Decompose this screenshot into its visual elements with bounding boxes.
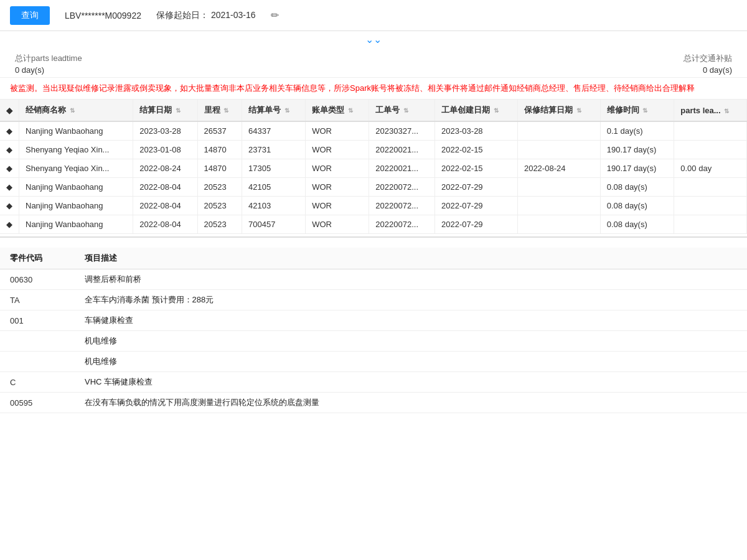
vin-number: LBV*******M009922 [65, 11, 141, 21]
warning-banner: 被监测。当出现疑似维修记录泄露或倒卖现象，如大批量查询非本店业务相关车辆信息等，… [0, 78, 747, 100]
sort-icon-work-order: ⇅ [403, 107, 408, 114]
detail-desc-2: 车辆健康检查 [75, 310, 747, 331]
cell-parts-lead-3 [674, 178, 747, 197]
table-row[interactable]: ◆ Nanjing Wanbaohang 2022-08-04 20523 42… [0, 197, 747, 215]
row-selector-5[interactable]: ◆ [0, 215, 19, 234]
table-header-row: ◆ 经销商名称 ⇅ 结算日期 ⇅ 里程 ⇅ 结算单号 ⇅ 账单类型 ⇅ 工单号 … [0, 100, 747, 121]
cell-repair-time-1: 190.17 day(s) [600, 141, 674, 159]
detail-desc-0: 调整后桥和前桥 [75, 269, 747, 290]
cell-parts-lead-2: 0.00 day [674, 159, 747, 178]
cell-bill-type-5: WOR [306, 215, 369, 234]
table-row[interactable]: ◆ Nanjing Wanbaohang 2023-03-28 26537 64… [0, 121, 747, 141]
cell-warranty-end-3 [517, 178, 600, 197]
cell-settlement-no-5: 700457 [242, 215, 306, 234]
cell-warranty-end-2: 2022-08-24 [517, 159, 600, 178]
cell-parts-lead-5 [674, 215, 747, 234]
col-warranty-end[interactable]: 保修结算日期 ⇅ [517, 100, 600, 121]
table-row[interactable]: ◆ Shenyang Yeqiao Xin... 2022-08-24 1487… [0, 159, 747, 178]
cell-settlement-date-3: 2022-08-04 [133, 178, 197, 197]
row-selector-2[interactable]: ◆ [0, 159, 19, 178]
sort-icon-warranty-end: ⇅ [576, 107, 581, 114]
detail-row: C VHC 车辆健康检查 [0, 372, 747, 393]
cell-repair-time-5: 0.08 day(s) [600, 215, 674, 234]
sort-icon-bill-type: ⇅ [348, 107, 353, 114]
col-selector: ◆ [0, 100, 19, 121]
sort-icon-parts-lead: ⇅ [724, 108, 729, 114]
transport-label: 总计交通补贴 [684, 53, 732, 64]
cell-repair-time-3: 0.08 day(s) [600, 178, 674, 197]
cell-create-date-4: 2022-07-29 [435, 197, 518, 215]
detail-desc-4: 机电维修 [75, 352, 747, 372]
col-settlement-no[interactable]: 结算单号 ⇅ [242, 100, 306, 121]
cell-dealer-0: Nanjing Wanbaohang [19, 121, 133, 141]
row-selector-0[interactable]: ◆ [0, 121, 19, 141]
detail-header-row: 零件代码 项目描述 [0, 248, 747, 269]
row-selector-4[interactable]: ◆ [0, 197, 19, 215]
cell-parts-lead-1 [674, 141, 747, 159]
cell-repair-time-4: 0.08 day(s) [600, 197, 674, 215]
cell-settlement-date-0: 2023-03-28 [133, 121, 197, 141]
sort-icon-mileage: ⇅ [223, 107, 228, 114]
col-mileage[interactable]: 里程 ⇅ [197, 100, 242, 121]
col-part-code: 零件代码 [0, 248, 75, 269]
cell-dealer-4: Nanjing Wanbaohang [19, 197, 133, 215]
collapse-arrows[interactable]: ⌄⌄ [0, 31, 747, 48]
cell-dealer-3: Nanjing Wanbaohang [19, 178, 133, 197]
header-bar: 查询 LBV*******M009922 保修起始日： 2021-03-16 ✏ [0, 0, 747, 31]
cell-bill-type-1: WOR [306, 141, 369, 159]
chevron-down-icon: ⌄⌄ [365, 34, 382, 45]
cell-settlement-no-1: 23731 [242, 141, 306, 159]
table-row[interactable]: ◆ Shenyang Yeqiao Xin... 2023-01-08 1487… [0, 141, 747, 159]
cell-bill-type-0: WOR [306, 121, 369, 141]
col-dealer[interactable]: 经销商名称 ⇅ [19, 100, 133, 121]
sort-icon-repair-time: ⇅ [642, 107, 647, 114]
detail-row: 00595 在没有车辆负载的情况下用高度测量进行四轮定位系统的底盘测量 [0, 393, 747, 413]
sort-icon-dealer: ⇅ [70, 107, 75, 114]
sort-icon-settlement-no: ⇅ [284, 107, 289, 114]
cell-work-order-0: 20230327... [369, 121, 435, 141]
col-parts-lead[interactable]: parts lea... ⇅ [674, 100, 747, 121]
cell-repair-time-2: 190.17 day(s) [600, 159, 674, 178]
col-repair-time[interactable]: 维修时间 ⇅ [600, 100, 674, 121]
edit-icon[interactable]: ✏ [271, 9, 279, 21]
warranty-date-value: 2021-03-16 [211, 10, 256, 20]
detail-desc-5: VHC 车辆健康检查 [75, 372, 747, 393]
cell-create-date-3: 2022-07-29 [435, 178, 518, 197]
col-create-date[interactable]: 工单创建日期 ⇅ [435, 100, 518, 121]
cell-bill-type-4: WOR [306, 197, 369, 215]
col-bill-type[interactable]: 账单类型 ⇅ [306, 100, 369, 121]
cell-mileage-0: 26537 [197, 121, 242, 141]
cell-settlement-no-0: 64337 [242, 121, 306, 141]
cell-bill-type-2: WOR [306, 159, 369, 178]
detail-row: TA 全车车内消毒杀菌 预计费用：288元 [0, 290, 747, 310]
col-settlement-date[interactable]: 结算日期 ⇅ [133, 100, 197, 121]
cell-work-order-1: 20220021... [369, 141, 435, 159]
query-button[interactable]: 查询 [10, 6, 50, 25]
cell-work-order-4: 20220072... [369, 197, 435, 215]
detail-code-4 [0, 352, 75, 372]
row-selector-1[interactable]: ◆ [0, 141, 19, 159]
row-selector-3[interactable]: ◆ [0, 178, 19, 197]
cell-warranty-end-0 [517, 121, 600, 141]
cell-settlement-no-2: 17305 [242, 159, 306, 178]
records-table: ◆ 经销商名称 ⇅ 结算日期 ⇅ 里程 ⇅ 结算单号 ⇅ 账单类型 ⇅ 工单号 … [0, 100, 747, 234]
cell-settlement-no-4: 42103 [242, 197, 306, 215]
detail-section: 零件代码 项目描述 00630 调整后桥和前桥 TA 全车车内消毒杀菌 预计费用… [0, 236, 747, 413]
cell-settlement-date-5: 2022-08-04 [133, 215, 197, 234]
table-row[interactable]: ◆ Nanjing Wanbaohang 2022-08-04 20523 42… [0, 178, 747, 197]
sort-icon-create-date: ⇅ [494, 107, 499, 114]
detail-row: 机电维修 [0, 352, 747, 372]
detail-desc-3: 机电维修 [75, 331, 747, 352]
cell-dealer-2: Shenyang Yeqiao Xin... [19, 159, 133, 178]
cell-settlement-no-3: 42105 [242, 178, 306, 197]
cell-work-order-3: 20220072... [369, 178, 435, 197]
table-row[interactable]: ◆ Nanjing Wanbaohang 2022-08-04 20523 70… [0, 215, 747, 234]
cell-warranty-end-5 [517, 215, 600, 234]
detail-code-3 [0, 331, 75, 352]
col-work-order[interactable]: 工单号 ⇅ [369, 100, 435, 121]
detail-desc-6: 在没有车辆负载的情况下用高度测量进行四轮定位系统的底盘测量 [75, 393, 747, 413]
detail-table: 零件代码 项目描述 00630 调整后桥和前桥 TA 全车车内消毒杀菌 预计费用… [0, 248, 747, 413]
parts-leadtime-summary: 总计parts leadtime 0 day(s) [15, 53, 82, 76]
transport-summary: 总计交通补贴 0 day(s) [684, 53, 732, 76]
cell-mileage-3: 20523 [197, 178, 242, 197]
